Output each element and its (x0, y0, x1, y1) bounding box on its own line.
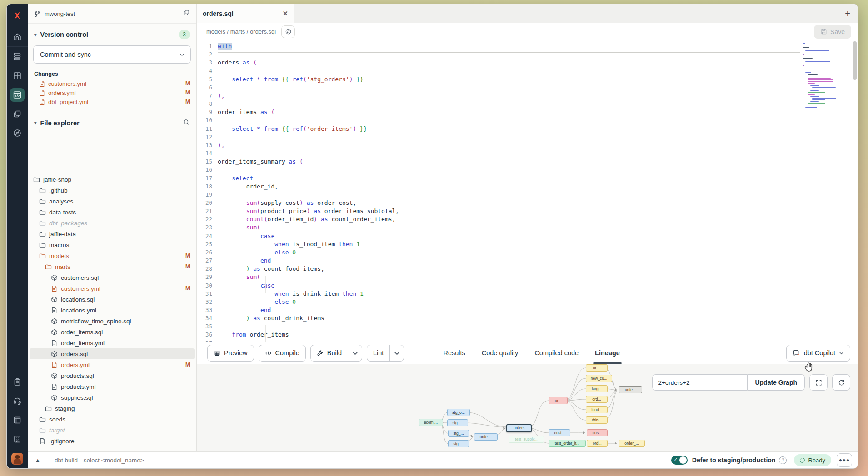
docs-icon[interactable] (7, 411, 28, 430)
lineage-node-model[interactable]: stg_... (447, 419, 468, 426)
apps-grid-icon[interactable] (7, 66, 28, 85)
home-icon[interactable] (7, 27, 28, 46)
tree-item-order-items-yml[interactable]: order_items.yml (28, 337, 196, 348)
tree-item--gitignore[interactable]: .gitignore (28, 436, 196, 446)
refresh-graph-button[interactable] (832, 374, 850, 391)
ready-status-badge[interactable]: Ready (794, 454, 831, 466)
version-control-header[interactable]: ▾ Version control 3 (28, 24, 196, 43)
file-explorer-header[interactable]: ▾ File explorer (28, 113, 196, 133)
tree-item-data-tests[interactable]: data-tests (28, 207, 196, 218)
tree-item-dbt-packages[interactable]: dbt_packages (28, 218, 196, 228)
code-text: order_id, (218, 183, 278, 191)
lineage-node-exposure[interactable]: or... (549, 397, 568, 404)
ide-icon[interactable] (7, 85, 28, 104)
new-tab-button[interactable]: + (838, 4, 858, 23)
command-input[interactable] (48, 456, 671, 464)
lineage-node-metric[interactable]: food... (586, 406, 608, 413)
save-button[interactable]: Save (814, 25, 851, 39)
code-editor[interactable]: 1with23orders as (45 select * from {{ re… (197, 40, 858, 342)
tree-item-analyses[interactable]: analyses (28, 196, 196, 207)
breadcrumb[interactable]: models / marts / orders.sql (206, 28, 276, 35)
changed-file[interactable]: customers.ymlM (28, 79, 196, 88)
more-options-button[interactable]: ●●● (837, 453, 852, 467)
changed-file[interactable]: orders.ymlM (28, 88, 196, 97)
lineage-node-exposure[interactable]: cus... (587, 429, 608, 436)
lineage-node-metric[interactable]: or.... (586, 364, 608, 372)
tree-item-locations-sql[interactable]: locations.sql (28, 294, 196, 305)
lint-button[interactable]: Lint (367, 345, 404, 362)
tree-item-target[interactable]: target (28, 425, 196, 436)
lint-dropdown[interactable] (389, 345, 404, 361)
branch-name[interactable]: mwong-test (45, 10, 75, 17)
tree-item-customers-yml[interactable]: customers.ymlM (28, 283, 196, 294)
lineage-node-metric[interactable]: new_cu... (586, 375, 612, 382)
editor-scrollbar[interactable] (853, 41, 857, 80)
tree-item-jaffle-data[interactable]: jaffle-data (28, 228, 196, 239)
tree-item-orders-sql[interactable]: orders.sql (28, 348, 196, 359)
tree-item-order-items-sql[interactable]: order_items.sql (28, 327, 196, 337)
lineage-node-metric[interactable]: ord... (586, 396, 608, 403)
lineage-node-disabled[interactable]: orde... (619, 386, 642, 393)
user-avatar[interactable] (7, 449, 28, 468)
explore-compass-icon[interactable] (7, 124, 28, 143)
lineage-node-model[interactable]: stg_... (448, 430, 469, 437)
lineage-node-model[interactable]: stg_... (448, 440, 469, 447)
lineage-node-metric[interactable]: order_... (619, 440, 645, 447)
close-tab-icon[interactable]: ✕ (282, 10, 288, 18)
defer-toggle[interactable] (671, 456, 688, 465)
tree-item-marts[interactable]: martsM (28, 261, 196, 272)
update-graph-button[interactable]: Update Graph (748, 374, 805, 391)
search-icon[interactable] (183, 119, 190, 127)
copy-branch-icon[interactable] (183, 9, 190, 18)
lineage-filter-input[interactable] (652, 374, 748, 391)
tab-compiled-code[interactable]: Compiled code (526, 342, 587, 364)
lineage-node-source[interactable]: ecom.... (419, 419, 443, 426)
tab-code-quality[interactable]: Code quality (474, 342, 527, 364)
lineage-node-ghost[interactable]: test_supply... (509, 436, 544, 443)
lineage-node-model[interactable]: cust... (549, 429, 570, 436)
dbt-logo[interactable] (7, 4, 28, 27)
commit-dropdown[interactable] (173, 46, 190, 63)
dbt-copilot-button[interactable]: dbt Copilot (786, 345, 850, 362)
tree-item-jaffle-shop[interactable]: jaffle-shop (28, 174, 196, 185)
open-in-explore-button[interactable] (281, 25, 295, 38)
tree-item-customers-sql[interactable]: customers.sql (28, 272, 196, 283)
tree-item-metricflow-time-spine-sql[interactable]: metricflow_time_spine.sql (28, 316, 196, 327)
build-button[interactable]: Build (310, 345, 362, 362)
minimap[interactable] (802, 41, 832, 112)
lineage-node-metric[interactable]: larg... (586, 385, 608, 392)
lineage-node-metric[interactable]: drin... (586, 416, 608, 424)
minimap-line (805, 61, 830, 62)
compile-button[interactable]: Compile (259, 345, 306, 362)
tree-item-seeds[interactable]: seeds (28, 414, 196, 425)
tree-item-locations-yml[interactable]: locations.yml (28, 305, 196, 316)
lineage-node-model[interactable]: orde.... (474, 433, 498, 441)
support-headset-icon[interactable] (7, 392, 28, 411)
changed-file[interactable]: dbt_project.ymlM (28, 97, 196, 106)
tree-item-models[interactable]: modelsM (28, 250, 196, 261)
environments-icon[interactable] (7, 47, 28, 66)
tree-item-supplies-sql[interactable]: supplies.sql (28, 392, 196, 403)
commit-and-sync-button[interactable]: Commit and sync (33, 45, 191, 64)
lineage-node-model[interactable]: orders (506, 424, 532, 432)
tree-item--github[interactable]: .github (28, 185, 196, 196)
tree-item-products-sql[interactable]: products.sql (28, 370, 196, 381)
preview-button[interactable]: Preview (207, 345, 254, 362)
lineage-node-metric[interactable]: ord... (587, 440, 608, 447)
help-icon[interactable]: ? (779, 456, 787, 464)
clipboard-icon[interactable] (7, 372, 28, 392)
build-dropdown[interactable] (348, 345, 362, 361)
fullscreen-button[interactable] (809, 374, 828, 391)
tab-results[interactable]: Results (435, 342, 473, 364)
tree-item-macros[interactable]: macros (28, 239, 196, 250)
expand-command-bar-button[interactable]: ▲ (28, 457, 48, 464)
tree-item-orders-yml[interactable]: orders.ymlM (28, 359, 196, 370)
tree-item-products-yml[interactable]: products.yml (28, 381, 196, 392)
tab-lineage[interactable]: Lineage (587, 342, 628, 364)
lineage-node-model[interactable]: stg_o... (447, 409, 470, 416)
tree-item-staging[interactable]: staging (28, 403, 196, 414)
tab-orders-sql[interactable]: orders.sql ✕ (197, 4, 294, 23)
organization-icon[interactable] (7, 430, 28, 449)
multi-window-icon[interactable] (7, 104, 28, 124)
lineage-node-test[interactable]: test_order_it... (549, 440, 586, 447)
